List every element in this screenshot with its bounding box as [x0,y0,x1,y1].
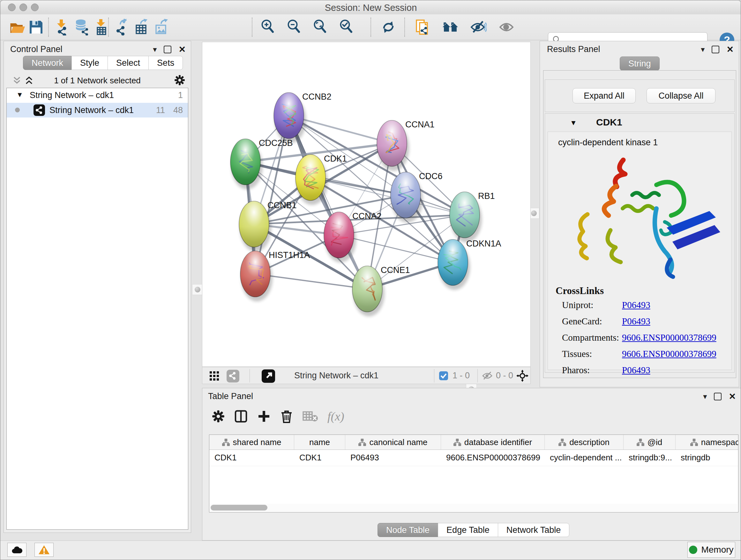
tab-select[interactable]: Select [108,56,149,70]
cell-database-identifier[interactable]: 9606.ENSP00000378699 [441,450,545,466]
network-status-dot [15,108,20,112]
zoom-out-icon[interactable] [286,19,303,36]
column-header[interactable]: namespace [676,435,738,449]
control-panel: Control Panel ▾ ✕ Network Style Select S… [3,41,191,533]
tab-network[interactable]: Network [23,56,72,70]
network-canvas[interactable]: CCNB2CCNA1CDC25BCDK1CDC6RB1CCNB1CCNA2CDK… [202,42,531,367]
crosslink-link[interactable]: P06493 [622,316,650,327]
warnings-button[interactable] [35,543,54,557]
panel-menu-icon[interactable]: ▾ [153,46,157,53]
birds-eye-view-icon[interactable] [209,371,219,381]
panel-menu-icon[interactable]: ▾ [703,393,707,400]
export-network-icon[interactable] [113,19,130,36]
tab-node-table[interactable]: Node Table [378,523,438,537]
cell-namespace[interactable]: stringdb [676,450,738,466]
expand-all-button[interactable]: Expand All [572,88,636,104]
function-builder-icon[interactable]: f(x) [327,409,344,423]
node-count: 11 [156,105,165,115]
string-results-container: Expand All Collapse All ▼ CDK1 cyclin-de… [543,70,736,378]
open-in-window-icon[interactable] [262,369,275,383]
pan-crosshair-icon[interactable] [516,370,529,382]
column-header[interactable]: @id [623,435,676,449]
close-panel-icon[interactable]: ✕ [726,46,734,53]
tab-style[interactable]: Style [71,56,108,70]
network-collection-row[interactable]: ▼ String Network – cdk1 1 [7,88,188,103]
network-type-icon[interactable] [226,370,239,382]
tree-expander-icon[interactable]: ▼ [16,91,23,99]
crosslinks-title: CrossLinks [556,285,604,297]
string-network-graph[interactable]: CCNB2CCNA1CDC25BCDK1CDC6RB1CCNB1CCNA2CDK… [202,42,530,367]
column-header[interactable]: shared name [209,435,294,449]
zoom-fit-content-icon[interactable] [313,19,329,36]
cell-description[interactable]: cyclin-dependent ... [545,450,623,466]
collapse-all-button[interactable]: Collapse All [647,88,716,104]
import-network-from-file-icon[interactable] [53,19,70,36]
cloud-button[interactable] [7,543,26,557]
node-label-CCNB1: CCNB1 [267,200,297,210]
tab-edge-table[interactable]: Edge Table [438,523,498,537]
section-expander-icon[interactable]: ▼ [570,119,577,127]
import-table-from-file-icon[interactable] [93,19,110,36]
crosslink-link[interactable]: 9606.ENSP00000378699 [622,332,717,343]
crosslink-link[interactable]: P06493 [622,365,650,375]
tab-sets[interactable]: Sets [148,56,183,70]
cell-id[interactable]: stringdb:9... [623,450,676,466]
delete-table-icon[interactable] [302,411,318,422]
delete-column-icon[interactable] [280,410,293,423]
selected-checkbox-icon[interactable] [439,371,448,380]
current-network-name: String Network – cdk1 [294,371,379,381]
table-panel: Table Panel ▾ ✕ [202,388,741,541]
float-panel-icon[interactable] [712,46,719,53]
crosslink-row: Uniprot: P06493 [548,297,731,314]
export-image-icon[interactable] [153,19,170,36]
cell-shared-name[interactable]: CDK1 [209,450,294,466]
zoom-selected-icon[interactable] [339,19,355,36]
show-all-icon[interactable] [499,19,515,36]
node-label-CDC25B: CDC25B [259,138,293,148]
duplicate-network-icon[interactable] [414,19,430,36]
crosslink-link[interactable]: P06493 [622,300,650,310]
collection-name: String Network – cdk1 [30,90,114,100]
results-panel-title: Results Panel [547,44,600,54]
show-columns-icon[interactable] [234,410,248,423]
toolbar-separator [370,17,371,37]
left-splitter-grip[interactable] [192,284,203,295]
toolbar-separator [252,17,253,37]
column-header[interactable]: description [545,435,623,449]
cell-name[interactable]: CDK1 [294,450,345,466]
hide-selected-icon[interactable] [470,19,487,36]
home-icon[interactable] [442,19,459,36]
open-session-icon[interactable] [9,19,26,36]
selected-node-edge-counts: 1 - 0 [453,371,470,381]
zoom-in-icon[interactable] [260,19,277,36]
panel-menu-icon[interactable]: ▾ [701,46,704,53]
tab-string[interactable]: String [620,57,660,71]
save-session-icon[interactable] [28,19,44,36]
close-panel-icon[interactable]: ✕ [729,393,736,400]
import-network-from-database-icon[interactable] [73,19,90,36]
memory-button[interactable]: Memory [687,542,735,558]
crosslink-label: Tissues: [562,349,592,359]
export-table-icon[interactable] [133,19,150,36]
network-row-selected[interactable]: String Network – cdk1 11 48 [7,103,188,118]
tab-network-table[interactable]: Network Table [498,523,569,537]
crosslink-link[interactable]: 9606.ENSP00000378699 [622,349,717,359]
column-header[interactable]: name [294,435,345,449]
hidden-node-edge-counts: 0 - 0 [496,371,513,381]
column-header[interactable]: canonical name [345,435,441,449]
scrollbar-thumb[interactable] [211,505,267,510]
table-options-gear-icon[interactable] [212,410,225,423]
column-header[interactable]: database identifier [441,435,545,449]
refresh-network-icon[interactable] [380,19,397,36]
toolbar-separator [108,17,109,37]
cell-canonical-name[interactable]: P06493 [345,450,441,466]
hidden-eye-icon[interactable] [482,371,493,381]
float-panel-icon[interactable] [714,393,722,400]
main-toolbar: ? [0,14,741,40]
table-horizontal-scrollbar[interactable] [210,504,737,511]
create-column-icon[interactable] [257,410,271,423]
network-options-gear-icon[interactable] [174,75,185,85]
table-row[interactable]: CDK1 CDK1 P06493 9606.ENSP00000378699 cy… [209,450,738,466]
close-panel-icon[interactable]: ✕ [179,46,186,53]
float-panel-icon[interactable] [164,46,172,53]
